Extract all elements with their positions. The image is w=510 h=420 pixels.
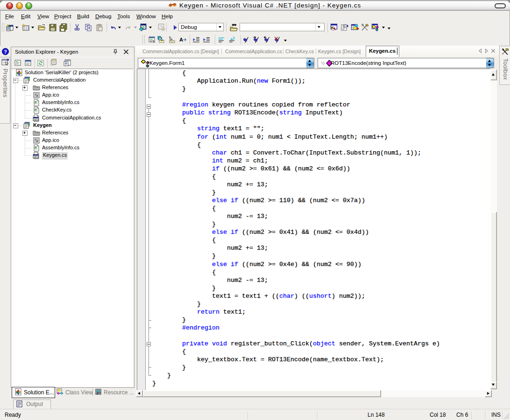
svg-text:#: # [28,77,30,81]
svg-text:#: # [34,99,37,105]
svg-text:#: # [28,122,30,126]
svg-text:?: ? [4,49,7,55]
svg-text:#: # [34,145,37,150]
svg-text:#: # [34,107,37,112]
svg-text:A: A [179,37,183,42]
